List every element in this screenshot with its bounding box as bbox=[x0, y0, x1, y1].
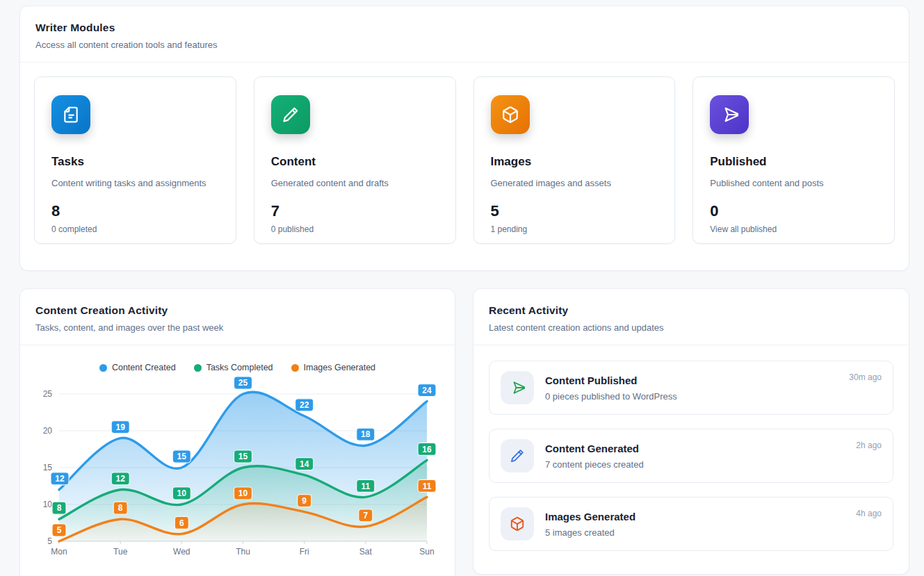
svg-text:Tue: Tue bbox=[113, 547, 128, 557]
svg-text:12: 12 bbox=[55, 474, 65, 484]
svg-text:25: 25 bbox=[43, 389, 53, 399]
svg-text:5: 5 bbox=[47, 536, 52, 546]
svg-text:20: 20 bbox=[43, 426, 53, 436]
module-card-images[interactable]: Images Generated images and assets 5 1 p… bbox=[473, 76, 676, 244]
svg-text:11: 11 bbox=[361, 482, 370, 491]
activity-area-chart: 510152025MonTueWedThuFriSatSun1219152522… bbox=[20, 373, 455, 562]
svg-text:Wed: Wed bbox=[173, 547, 190, 557]
svg-text:18: 18 bbox=[361, 429, 371, 439]
svg-text:Mon: Mon bbox=[51, 547, 67, 557]
svg-text:6: 6 bbox=[179, 518, 184, 528]
svg-text:19: 19 bbox=[116, 422, 126, 432]
activity-timestamp: 30m ago bbox=[849, 372, 882, 382]
content-creation-activity-panel: Content Creation Activity Tasks, content… bbox=[19, 288, 455, 576]
module-count: 5 bbox=[491, 202, 658, 220]
svg-text:25: 25 bbox=[238, 378, 248, 388]
legend-dot-orange bbox=[291, 364, 299, 372]
module-sub-label: View all published bbox=[710, 224, 877, 234]
writer-modules-header: Writer Modules Access all content creati… bbox=[20, 6, 909, 63]
svg-text:15: 15 bbox=[177, 452, 187, 461]
module-card-content[interactable]: Content Generated content and drafts 7 0… bbox=[254, 76, 456, 244]
svg-text:14: 14 bbox=[300, 459, 309, 469]
svg-text:12: 12 bbox=[116, 474, 126, 484]
pencil-icon bbox=[501, 439, 534, 472]
activity-description: 0 pieces published to WordPress bbox=[545, 391, 677, 402]
recent-activity-header: Recent Activity Latest content creation … bbox=[473, 289, 909, 345]
module-description: Generated content and drafts bbox=[271, 178, 439, 188]
document-icon bbox=[51, 95, 90, 134]
svg-text:9: 9 bbox=[302, 496, 307, 506]
svg-text:8: 8 bbox=[57, 503, 62, 513]
module-count: 7 bbox=[271, 202, 439, 220]
svg-text:Sun: Sun bbox=[419, 547, 434, 557]
module-count: 0 bbox=[710, 202, 877, 220]
module-description: Published content and posts bbox=[710, 178, 877, 188]
svg-text:10: 10 bbox=[238, 488, 248, 498]
svg-text:10: 10 bbox=[177, 488, 187, 498]
svg-text:24: 24 bbox=[422, 386, 432, 395]
module-title: Images bbox=[491, 155, 658, 169]
module-description: Content writing tasks and assignments bbox=[51, 178, 219, 188]
svg-text:15: 15 bbox=[43, 463, 53, 472]
legend-dot-blue bbox=[99, 364, 107, 372]
chart-panel-subtitle: Tasks, content, and images over the past… bbox=[35, 322, 439, 333]
module-title: Published bbox=[710, 155, 877, 169]
cube-icon bbox=[491, 95, 530, 134]
legend-item-images-generated[interactable]: Images Generated bbox=[291, 362, 376, 373]
send-icon bbox=[710, 95, 749, 134]
activity-item-content-generated[interactable]: Content Generated 7 content pieces creat… bbox=[489, 429, 893, 483]
svg-text:5: 5 bbox=[57, 525, 62, 535]
activity-title: Content Generated bbox=[545, 443, 644, 454]
module-card-tasks[interactable]: Tasks Content writing tasks and assignme… bbox=[34, 76, 236, 244]
cube-icon bbox=[501, 507, 534, 541]
svg-text:8: 8 bbox=[118, 503, 123, 513]
module-cards-row: Tasks Content writing tasks and assignme… bbox=[20, 63, 909, 258]
svg-text:Sat: Sat bbox=[359, 547, 373, 557]
module-title: Content bbox=[271, 155, 439, 169]
writer-modules-panel: Writer Modules Access all content creati… bbox=[19, 6, 909, 271]
svg-text:10: 10 bbox=[43, 500, 53, 509]
activity-timestamp: 2h ago bbox=[856, 441, 882, 450]
module-card-published[interactable]: Published Published content and posts 0 … bbox=[692, 76, 895, 244]
module-description: Generated images and assets bbox=[491, 178, 658, 188]
legend-label: Tasks Completed bbox=[206, 363, 273, 372]
module-count: 8 bbox=[51, 202, 219, 220]
chart-panel-header: Content Creation Activity Tasks, content… bbox=[20, 289, 455, 345]
recent-activity-title: Recent Activity bbox=[489, 304, 893, 317]
activity-title: Images Generated bbox=[545, 511, 635, 522]
svg-text:16: 16 bbox=[422, 445, 432, 454]
page-subtitle: Access all content creation tools and fe… bbox=[35, 40, 893, 50]
chart-legend: Content Created Tasks Completed Images G… bbox=[20, 362, 455, 373]
svg-text:22: 22 bbox=[300, 400, 309, 410]
svg-text:11: 11 bbox=[423, 482, 432, 491]
svg-text:15: 15 bbox=[238, 452, 248, 461]
legend-label: Images Generated bbox=[304, 363, 376, 372]
page-title: Writer Modules bbox=[35, 22, 893, 34]
legend-label: Content Created bbox=[112, 363, 176, 372]
legend-item-content-created[interactable]: Content Created bbox=[99, 362, 176, 373]
send-icon bbox=[501, 371, 534, 404]
activity-title: Content Published bbox=[545, 375, 677, 386]
activity-description: 7 content pieces created bbox=[545, 459, 644, 470]
recent-activity-list: Content Published 0 pieces published to … bbox=[473, 345, 909, 566]
activity-timestamp: 4h ago bbox=[856, 509, 882, 518]
activity-description: 5 images created bbox=[545, 527, 635, 538]
module-sub-label: 0 completed bbox=[51, 224, 219, 234]
module-sub-label: 1 pending bbox=[491, 224, 658, 234]
recent-activity-subtitle: Latest content creation actions and upda… bbox=[489, 322, 893, 333]
activity-item-content-published[interactable]: Content Published 0 pieces published to … bbox=[489, 361, 893, 415]
legend-dot-green bbox=[194, 364, 202, 372]
activity-item-images-generated[interactable]: Images Generated 5 images created 4h ago bbox=[489, 497, 893, 551]
pencil-icon bbox=[271, 95, 310, 134]
module-sub-label: 0 published bbox=[271, 224, 439, 234]
svg-text:Thu: Thu bbox=[236, 547, 250, 557]
legend-item-tasks-completed[interactable]: Tasks Completed bbox=[194, 362, 273, 373]
svg-text:Fri: Fri bbox=[300, 547, 309, 557]
svg-text:7: 7 bbox=[363, 511, 368, 520]
recent-activity-panel: Recent Activity Latest content creation … bbox=[473, 288, 909, 575]
module-title: Tasks bbox=[51, 155, 219, 169]
chart-panel-title: Content Creation Activity bbox=[35, 304, 439, 317]
